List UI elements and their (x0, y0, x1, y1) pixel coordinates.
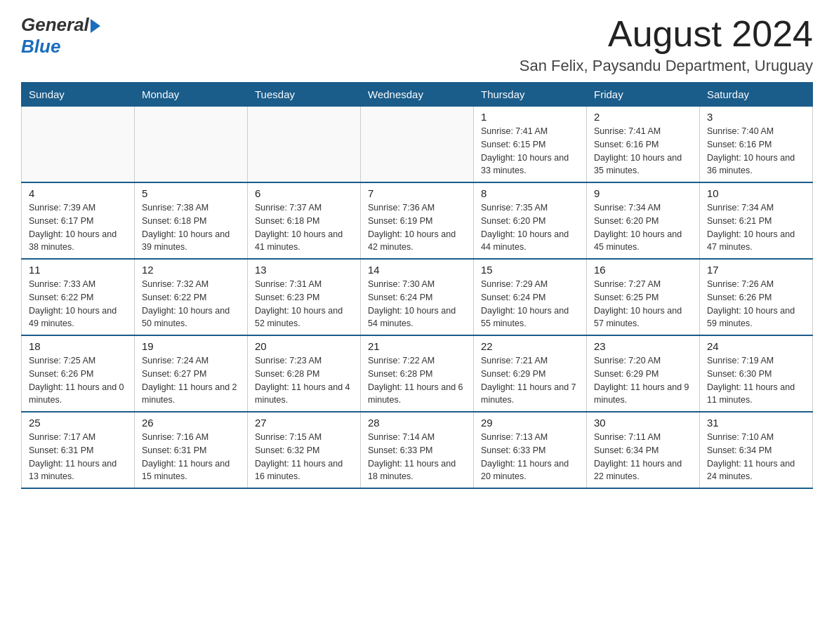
calendar-cell: 1Sunrise: 7:41 AMSunset: 6:15 PMDaylight… (474, 107, 587, 183)
day-number: 28 (368, 417, 466, 429)
day-number: 12 (142, 264, 240, 276)
calendar-cell: 3Sunrise: 7:40 AMSunset: 6:16 PMDaylight… (700, 107, 813, 183)
location-subtitle: San Felix, Paysandu Department, Uruguay (519, 57, 813, 75)
day-number: 23 (594, 340, 692, 352)
day-info: Sunrise: 7:10 AMSunset: 6:34 PMDaylight:… (707, 431, 805, 483)
day-number: 1 (481, 111, 579, 123)
calendar-cell: 23Sunrise: 7:20 AMSunset: 6:29 PMDayligh… (587, 335, 700, 412)
calendar-cell: 9Sunrise: 7:34 AMSunset: 6:20 PMDaylight… (587, 182, 700, 259)
logo-blue-text: Blue (21, 36, 60, 58)
calendar-cell: 8Sunrise: 7:35 AMSunset: 6:20 PMDaylight… (474, 182, 587, 259)
calendar-cell: 12Sunrise: 7:32 AMSunset: 6:22 PMDayligh… (135, 259, 248, 335)
month-title: August 2024 (519, 14, 813, 54)
day-number: 31 (707, 417, 805, 429)
calendar-table: SundayMondayTuesdayWednesdayThursdayFrid… (21, 82, 813, 489)
calendar-week-row: 18Sunrise: 7:25 AMSunset: 6:26 PMDayligh… (22, 335, 813, 412)
day-number: 13 (255, 264, 353, 276)
calendar-cell (135, 107, 248, 183)
calendar-week-row: 4Sunrise: 7:39 AMSunset: 6:17 PMDaylight… (22, 182, 813, 259)
calendar-cell: 11Sunrise: 7:33 AMSunset: 6:22 PMDayligh… (22, 259, 135, 335)
day-info: Sunrise: 7:22 AMSunset: 6:28 PMDaylight:… (368, 354, 466, 407)
weekday-header: Sunday (22, 83, 135, 107)
day-info: Sunrise: 7:30 AMSunset: 6:24 PMDaylight:… (368, 278, 466, 330)
day-info: Sunrise: 7:16 AMSunset: 6:31 PMDaylight:… (142, 431, 240, 483)
day-number: 30 (594, 417, 692, 429)
day-number: 7 (368, 187, 466, 199)
day-info: Sunrise: 7:32 AMSunset: 6:22 PMDaylight:… (142, 278, 240, 330)
day-info: Sunrise: 7:23 AMSunset: 6:28 PMDaylight:… (255, 354, 353, 407)
calendar-cell (361, 107, 474, 183)
day-number: 16 (594, 264, 692, 276)
day-number: 19 (142, 340, 240, 352)
day-info: Sunrise: 7:38 AMSunset: 6:18 PMDaylight:… (142, 201, 240, 254)
day-number: 10 (707, 187, 805, 199)
calendar-cell: 10Sunrise: 7:34 AMSunset: 6:21 PMDayligh… (700, 182, 813, 259)
day-number: 25 (29, 417, 127, 429)
day-info: Sunrise: 7:41 AMSunset: 6:16 PMDaylight:… (594, 125, 692, 177)
day-info: Sunrise: 7:27 AMSunset: 6:25 PMDaylight:… (594, 278, 692, 330)
weekday-header: Wednesday (361, 83, 474, 107)
day-info: Sunrise: 7:34 AMSunset: 6:21 PMDaylight:… (707, 201, 805, 254)
page-header: General Blue August 2024 San Felix, Pays… (21, 14, 813, 75)
weekday-header: Friday (587, 83, 700, 107)
calendar-week-row: 1Sunrise: 7:41 AMSunset: 6:15 PMDaylight… (22, 107, 813, 183)
day-number: 14 (368, 264, 466, 276)
calendar-cell: 4Sunrise: 7:39 AMSunset: 6:17 PMDaylight… (22, 182, 135, 259)
calendar-cell: 19Sunrise: 7:24 AMSunset: 6:27 PMDayligh… (135, 335, 248, 412)
calendar-cell: 15Sunrise: 7:29 AMSunset: 6:24 PMDayligh… (474, 259, 587, 335)
day-info: Sunrise: 7:33 AMSunset: 6:22 PMDaylight:… (29, 278, 127, 330)
day-number: 21 (368, 340, 466, 352)
weekday-header: Thursday (474, 83, 587, 107)
day-number: 11 (29, 264, 127, 276)
day-number: 26 (142, 417, 240, 429)
day-info: Sunrise: 7:29 AMSunset: 6:24 PMDaylight:… (481, 278, 579, 330)
day-number: 8 (481, 187, 579, 199)
day-info: Sunrise: 7:26 AMSunset: 6:26 PMDaylight:… (707, 278, 805, 330)
day-info: Sunrise: 7:39 AMSunset: 6:17 PMDaylight:… (29, 201, 127, 254)
day-number: 27 (255, 417, 353, 429)
calendar-cell: 24Sunrise: 7:19 AMSunset: 6:30 PMDayligh… (700, 335, 813, 412)
day-info: Sunrise: 7:24 AMSunset: 6:27 PMDaylight:… (142, 354, 240, 407)
calendar-cell: 27Sunrise: 7:15 AMSunset: 6:32 PMDayligh… (248, 412, 361, 488)
day-info: Sunrise: 7:37 AMSunset: 6:18 PMDaylight:… (255, 201, 353, 254)
calendar-cell: 30Sunrise: 7:11 AMSunset: 6:34 PMDayligh… (587, 412, 700, 488)
weekday-header: Monday (135, 83, 248, 107)
calendar-cell: 14Sunrise: 7:30 AMSunset: 6:24 PMDayligh… (361, 259, 474, 335)
day-number: 5 (142, 187, 240, 199)
day-number: 3 (707, 111, 805, 123)
day-info: Sunrise: 7:20 AMSunset: 6:29 PMDaylight:… (594, 354, 692, 407)
day-info: Sunrise: 7:35 AMSunset: 6:20 PMDaylight:… (481, 201, 579, 254)
day-number: 15 (481, 264, 579, 276)
day-info: Sunrise: 7:25 AMSunset: 6:26 PMDaylight:… (29, 354, 127, 407)
weekday-header: Saturday (700, 83, 813, 107)
calendar-week-row: 11Sunrise: 7:33 AMSunset: 6:22 PMDayligh… (22, 259, 813, 335)
day-number: 22 (481, 340, 579, 352)
calendar-body: 1Sunrise: 7:41 AMSunset: 6:15 PMDaylight… (22, 107, 813, 489)
calendar-cell: 16Sunrise: 7:27 AMSunset: 6:25 PMDayligh… (587, 259, 700, 335)
calendar-cell: 21Sunrise: 7:22 AMSunset: 6:28 PMDayligh… (361, 335, 474, 412)
day-number: 20 (255, 340, 353, 352)
day-info: Sunrise: 7:17 AMSunset: 6:31 PMDaylight:… (29, 431, 127, 483)
day-number: 2 (594, 111, 692, 123)
day-info: Sunrise: 7:41 AMSunset: 6:15 PMDaylight:… (481, 125, 579, 177)
calendar-cell: 25Sunrise: 7:17 AMSunset: 6:31 PMDayligh… (22, 412, 135, 488)
day-number: 29 (481, 417, 579, 429)
calendar-cell: 26Sunrise: 7:16 AMSunset: 6:31 PMDayligh… (135, 412, 248, 488)
calendar-cell: 6Sunrise: 7:37 AMSunset: 6:18 PMDaylight… (248, 182, 361, 259)
day-number: 4 (29, 187, 127, 199)
title-block: August 2024 San Felix, Paysandu Departme… (519, 14, 813, 75)
day-info: Sunrise: 7:34 AMSunset: 6:20 PMDaylight:… (594, 201, 692, 254)
calendar-cell: 2Sunrise: 7:41 AMSunset: 6:16 PMDaylight… (587, 107, 700, 183)
calendar-cell: 29Sunrise: 7:13 AMSunset: 6:33 PMDayligh… (474, 412, 587, 488)
calendar-cell: 5Sunrise: 7:38 AMSunset: 6:18 PMDaylight… (135, 182, 248, 259)
calendar-cell: 18Sunrise: 7:25 AMSunset: 6:26 PMDayligh… (22, 335, 135, 412)
logo: General Blue (21, 14, 100, 58)
calendar-cell: 7Sunrise: 7:36 AMSunset: 6:19 PMDaylight… (361, 182, 474, 259)
day-number: 18 (29, 340, 127, 352)
day-info: Sunrise: 7:40 AMSunset: 6:16 PMDaylight:… (707, 125, 805, 177)
calendar-cell: 17Sunrise: 7:26 AMSunset: 6:26 PMDayligh… (700, 259, 813, 335)
calendar-cell (248, 107, 361, 183)
calendar-cell: 28Sunrise: 7:14 AMSunset: 6:33 PMDayligh… (361, 412, 474, 488)
day-info: Sunrise: 7:14 AMSunset: 6:33 PMDaylight:… (368, 431, 466, 483)
calendar-cell: 13Sunrise: 7:31 AMSunset: 6:23 PMDayligh… (248, 259, 361, 335)
